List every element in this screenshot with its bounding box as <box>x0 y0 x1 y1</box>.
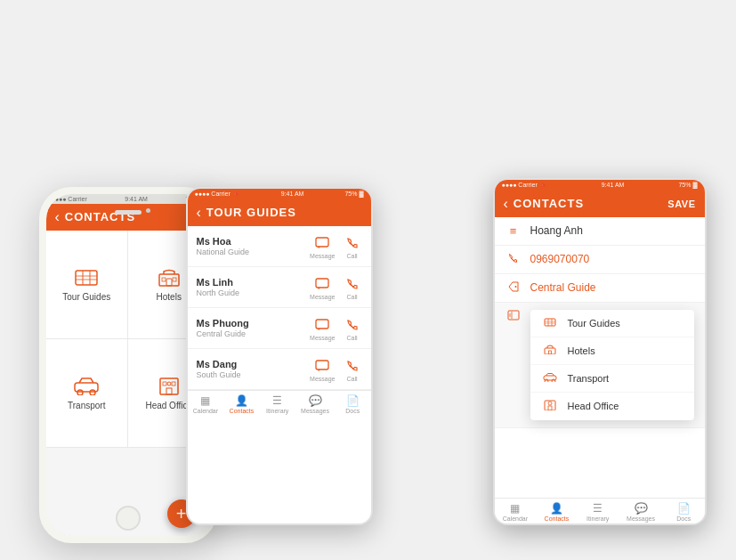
phone2-nav-cal-label: Calendar <box>193 408 218 414</box>
dropdown-map-icon <box>541 317 559 329</box>
call-icon-linh <box>343 274 362 294</box>
message-label-linh: Message <box>310 294 335 300</box>
phone3-back-button[interactable]: ‹ <box>504 196 508 212</box>
svg-rect-2 <box>166 279 172 286</box>
hotel-icon <box>157 267 182 287</box>
detail-field-name[interactable]: ≡ Hoang Anh <box>495 217 705 246</box>
phone2-nav-itinerary[interactable]: ☰ Itinerary <box>265 394 290 414</box>
phone2-battery: 75% ▓ <box>344 191 363 197</box>
phone3-nav-docs-label: Docs <box>676 515 691 522</box>
call-btn-hoa[interactable]: Call <box>343 233 362 259</box>
phone2-back-button[interactable]: ‹ <box>197 205 201 221</box>
contact-info-dang: Ms Dang South Guide <box>197 359 311 379</box>
call-btn-linh[interactable]: Call <box>343 274 362 300</box>
hamburger-icon: ≡ <box>505 224 522 238</box>
person-icon-3: 👤 <box>550 502 563 515</box>
dropdown-item-hotels[interactable]: Hotels <box>530 337 694 365</box>
detail-field-role[interactable]: Central Guide <box>495 274 705 303</box>
contact-row-dang[interactable]: Ms Dang South Guide Message Call <box>188 349 371 390</box>
svg-rect-20 <box>545 348 555 354</box>
contact-role-linh: North Guide <box>197 288 311 297</box>
phone1-content: Tour Guides Hotels <box>46 231 210 536</box>
detail-field-category[interactable]: Tour Guides Hotels Transport <box>495 303 705 428</box>
grid-item-transport[interactable]: Transport <box>46 339 128 447</box>
message-btn-hoa[interactable]: Message <box>310 233 335 259</box>
tag-icon <box>505 281 522 295</box>
phone3-header: ‹ CONTACTS SAVE <box>495 191 705 217</box>
contact-info-phuong: Ms Phuong Central Guide <box>197 318 311 338</box>
phone2-nav-docs-label: Docs <box>345 408 360 414</box>
svg-point-27 <box>548 402 552 405</box>
contact-row-phuong[interactable]: Ms Phuong Central Guide Message C <box>188 308 371 349</box>
phone2-header: ‹ TOUR GUIDES <box>188 199 371 226</box>
phone3-nav-itinerary[interactable]: ☰ Itinerary <box>586 502 611 522</box>
phone1-carrier: ●●●● Carrier <box>52 196 87 202</box>
call-btn-dang[interactable]: Call <box>343 356 362 382</box>
calendar-icon-3: ▦ <box>510 502 520 515</box>
call-icon-phuong <box>343 315 362 335</box>
message-icon-hoa <box>312 233 332 253</box>
contact-row-linh[interactable]: Ms Linh North Guide Message Call <box>188 267 371 308</box>
svg-rect-4 <box>173 278 176 281</box>
phone1-grid: Tour Guides Hotels <box>46 231 210 536</box>
grid-item-tour-guides-label: Tour Guides <box>62 292 110 302</box>
list-icon-2: ☰ <box>272 394 282 407</box>
phone3-nav-calendar[interactable]: ▦ Calendar <box>503 502 528 522</box>
msg-icon-2: 💬 <box>309 394 322 407</box>
scene: ●●●● Carrier 9:41 AM 75% ▓ ‹ CONTACTS <box>12 18 724 543</box>
phone2-nav-msg-label: Messages <box>301 408 329 414</box>
svg-point-7 <box>90 390 95 395</box>
message-btn-dang[interactable]: Message <box>310 356 335 382</box>
svg-rect-3 <box>162 278 166 281</box>
phone3-nav-messages[interactable]: 💬 Messages <box>627 502 655 522</box>
call-btn-phuong[interactable]: Call <box>343 315 362 341</box>
contact-actions-phuong: Message Call <box>310 315 361 341</box>
contact-detail-role: Central Guide <box>530 281 694 294</box>
phone1-back-button[interactable]: ‹ <box>55 209 60 225</box>
dropdown-item-transport[interactable]: Transport <box>530 365 694 393</box>
phone3-nav-contacts[interactable]: 👤 Contacts <box>544 502 569 522</box>
phone3-nav-cal-label: Calendar <box>503 515 528 522</box>
contact-detail-phone: 0969070070 <box>530 253 694 265</box>
map-icon <box>74 267 99 287</box>
grid-item-transport-label: Transport <box>68 401 105 410</box>
message-btn-phuong[interactable]: Message <box>310 315 335 341</box>
call-label-phuong: Call <box>346 335 357 341</box>
phone3-save-button[interactable]: SAVE <box>667 199 695 209</box>
phone1-home-button[interactable] <box>116 506 141 531</box>
phone2-nav-calendar[interactable]: ▦ Calendar <box>193 394 218 414</box>
dropdown-item-tour-guides[interactable]: Tour Guides <box>530 310 694 337</box>
message-btn-linh[interactable]: Message <box>310 274 335 300</box>
contact-row-hoa[interactable]: Ms Hoa National Guide Message Cal <box>188 226 371 267</box>
dropdown-hotel-icon <box>541 345 559 357</box>
phone2-nav-messages[interactable]: 💬 Messages <box>301 394 329 414</box>
grid-item-hotels-label: Hotels <box>157 292 182 302</box>
phone3-nav-contacts-label: Contacts <box>545 515 570 522</box>
svg-rect-19 <box>545 319 555 326</box>
message-label-phuong: Message <box>310 335 335 341</box>
svg-rect-8 <box>160 378 178 394</box>
contact-actions-linh: Message Call <box>310 274 361 300</box>
docs-icon-2: 📄 <box>346 394 360 407</box>
svg-rect-25 <box>545 401 555 410</box>
category-dropdown[interactable]: Tour Guides Hotels Transport <box>530 310 694 420</box>
phone3-nav-docs[interactable]: 📄 Docs <box>671 502 696 522</box>
svg-rect-21 <box>548 351 551 354</box>
dropdown-hotels-label: Hotels <box>568 345 595 356</box>
call-label-dang: Call <box>346 376 357 382</box>
car-icon <box>73 376 100 395</box>
dropdown-item-head-office[interactable]: Head Office <box>530 393 694 420</box>
phone2-nav-itin-label: Itinerary <box>266 408 288 414</box>
message-icon-dang <box>312 356 332 376</box>
svg-rect-13 <box>316 238 328 247</box>
phone1-header: ‹ CONTACTS <box>46 204 210 231</box>
phone2-title: TOUR GUIDES <box>206 206 296 219</box>
svg-rect-16 <box>316 361 328 369</box>
detail-field-phone[interactable]: 0969070070 <box>495 246 705 274</box>
grid-item-tour-guides[interactable]: Tour Guides <box>46 231 128 338</box>
phone2-nav-docs[interactable]: 📄 Docs <box>340 394 365 414</box>
phone2-nav-contacts[interactable]: 👤 Contacts <box>229 394 254 414</box>
phone3-nav-itin-label: Itinerary <box>586 515 609 522</box>
phone3-nav-msg-label: Messages <box>627 515 655 522</box>
svg-rect-15 <box>316 320 328 329</box>
